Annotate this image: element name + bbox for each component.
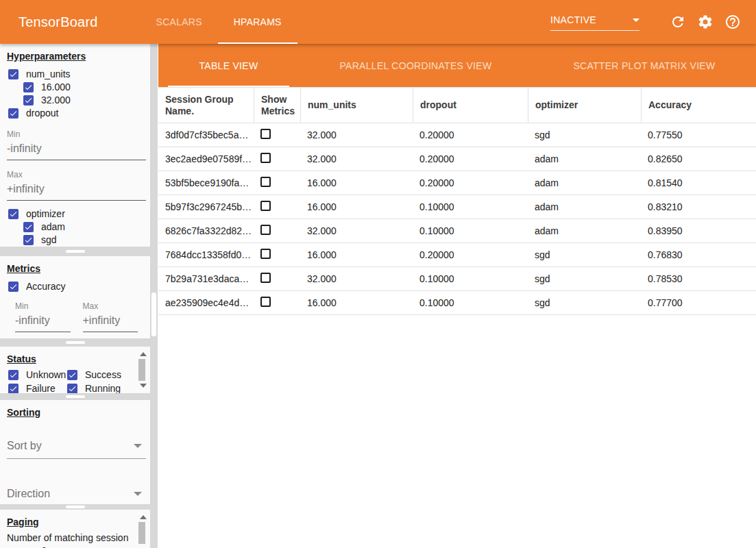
cell-dropout: 0.10000 — [413, 201, 528, 212]
reload-status-dropdown[interactable]: INACTIVE — [550, 13, 639, 31]
hparam-value-label: 16.000 — [41, 82, 71, 93]
help-icon[interactable] — [724, 14, 741, 30]
metric-label: Accuracy — [26, 281, 66, 292]
table-row[interactable]: 5b97f3c2967245b… 16.000 0.10000 adam 0.8… — [158, 195, 756, 219]
checkbox-checked-icon[interactable] — [23, 95, 34, 105]
sorting-section: Sorting Sort by Direction — [0, 400, 150, 504]
show-metrics-checkbox[interactable] — [260, 297, 271, 307]
show-metrics-checkbox[interactable] — [260, 249, 271, 259]
col-header-dropout[interactable]: dropout — [413, 88, 528, 123]
scrollbar-thumb[interactable] — [138, 522, 145, 544]
table-row[interactable]: 3df0d7cf35bec5a… 32.000 0.20000 sgd 0.77… — [158, 123, 756, 147]
paging-heading: Paging — [7, 516, 150, 527]
session-group-name: ae235909ec4e4d… — [158, 297, 254, 308]
max-input[interactable]: +infinity — [7, 181, 146, 201]
table-row[interactable]: 7b29a731e3daca… 32.000 0.10000 sgd 0.785… — [158, 267, 756, 291]
col-header-show-metrics[interactable]: Show Metrics — [254, 88, 300, 123]
table-row[interactable]: 3ec2aed9e07589f… 32.000 0.20000 adam 0.8… — [158, 147, 756, 171]
sidebar-scrollbar-thumb[interactable] — [151, 292, 156, 336]
resize-handle[interactable] — [66, 341, 85, 344]
checkbox-checked-icon[interactable] — [8, 108, 19, 119]
show-metrics-checkbox[interactable] — [260, 225, 271, 235]
col-header-session-group-name[interactable]: Session Group Name. — [158, 88, 254, 123]
show-metrics-checkbox[interactable] — [260, 177, 271, 187]
min-input[interactable]: -infinity — [15, 312, 71, 332]
min-input[interactable]: -infinity — [7, 140, 146, 160]
direction-dropdown[interactable]: Direction — [7, 484, 146, 504]
sort-by-dropdown[interactable]: Sort by — [7, 436, 146, 459]
tab-parallel-coordinates-view[interactable]: PARALLEL COORDINATES VIEW — [299, 44, 533, 87]
tab-table-view[interactable]: TABLE VIEW — [158, 44, 299, 87]
max-label: Max — [7, 170, 146, 179]
max-label: Max — [83, 301, 138, 311]
tab-scatter-plot-matrix-view[interactable]: SCATTER PLOT MATRIX VIEW — [533, 44, 756, 87]
checkbox-checked-icon[interactable] — [23, 235, 34, 245]
resize-handle[interactable] — [66, 506, 85, 508]
show-metrics-checkbox[interactable] — [260, 273, 271, 283]
paging-section: Paging Number of matching session groups… — [0, 510, 150, 548]
cell-dropout: 0.10000 — [413, 273, 528, 284]
scroll-up-icon[interactable] — [140, 515, 147, 519]
max-input[interactable]: +infinity — [83, 312, 138, 332]
cell-accuracy: 0.82650 — [641, 153, 756, 164]
cell-num-units: 32.000 — [300, 225, 413, 236]
show-metrics-checkbox[interactable] — [260, 129, 271, 139]
session-group-name: 3ec2aed9e07589f… — [158, 153, 254, 164]
scroll-down-icon[interactable] — [140, 384, 147, 388]
metrics-heading: Metrics — [7, 263, 150, 274]
refresh-icon[interactable] — [670, 14, 686, 30]
col-header-optimizer[interactable]: optimizer — [528, 88, 641, 123]
tab-hparams[interactable]: HPARAMS — [218, 0, 297, 44]
session-group-name: 5b97f3c2967245b… — [158, 201, 254, 212]
col-header-accuracy[interactable]: Accuracy — [641, 88, 756, 123]
show-metrics-checkbox[interactable] — [260, 201, 271, 211]
hparam-num-units[interactable]: num_units — [0, 68, 150, 81]
hparam-label: optimizer — [26, 208, 65, 220]
table-row[interactable]: ae235909ec4e4d… 16.000 0.10000 sgd 0.777… — [158, 291, 756, 315]
checkbox-checked-icon[interactable] — [67, 370, 77, 380]
checkbox-checked-icon[interactable] — [8, 384, 19, 393]
cell-optimizer: adam — [528, 201, 641, 212]
tab-scalars[interactable]: SCALARS — [141, 0, 218, 44]
metrics-section: Metrics Accuracy Min -infinity Max +infi… — [0, 256, 150, 338]
min-label: Min — [7, 129, 146, 139]
status-failure[interactable]: Failure — [8, 382, 67, 393]
metric-accuracy[interactable]: Accuracy — [0, 280, 150, 293]
table-row[interactable]: 53bf5bece9190fa… 16.000 0.20000 adam 0.8… — [158, 171, 756, 195]
checkbox-checked-icon[interactable] — [8, 69, 19, 79]
scrollbar-thumb[interactable] — [138, 359, 145, 381]
checkbox-checked-icon[interactable] — [8, 370, 19, 380]
checkbox-checked-icon[interactable] — [67, 384, 77, 393]
col-header-num-units[interactable]: num_units — [300, 88, 413, 123]
hparam-value-adam[interactable]: adam — [0, 221, 150, 234]
dropout-min-field: Min -infinity — [7, 129, 146, 160]
status-success[interactable]: Success — [67, 369, 130, 382]
resize-handle[interactable] — [66, 395, 85, 398]
cell-accuracy: 0.77550 — [641, 129, 756, 140]
session-group-name: 7684dcc13358fd0… — [158, 249, 254, 260]
chevron-down-icon — [134, 444, 142, 448]
table-row[interactable]: 6826c7fa3322d82… 32.000 0.10000 adam 0.8… — [158, 219, 756, 243]
cell-dropout: 0.20000 — [413, 129, 528, 140]
hparam-optimizer[interactable]: optimizer — [0, 208, 150, 221]
show-metrics-checkbox[interactable] — [260, 153, 271, 163]
hparam-value-16[interactable]: 16.000 — [0, 81, 150, 94]
hparam-dropout[interactable]: dropout — [0, 107, 150, 120]
paging-scrollbar[interactable] — [138, 514, 147, 544]
checkbox-checked-icon[interactable] — [8, 209, 19, 219]
settings-gear-icon[interactable] — [697, 14, 714, 30]
checkbox-checked-icon[interactable] — [8, 282, 19, 292]
status-running[interactable]: Running — [67, 382, 130, 393]
session-group-name: 6826c7fa3322d82… — [158, 225, 254, 236]
resize-handle[interactable] — [66, 250, 85, 253]
hparam-value-32[interactable]: 32.000 — [0, 94, 150, 107]
hparam-value-sgd[interactable]: sgd — [0, 234, 150, 247]
checkbox-checked-icon[interactable] — [23, 222, 34, 232]
hyperparameters-heading: Hyperparameters — [7, 51, 150, 62]
table-row[interactable]: 7684dcc13358fd0… 16.000 0.20000 sgd 0.76… — [158, 243, 756, 267]
status-unknown[interactable]: Unknown — [8, 369, 67, 382]
scroll-up-icon[interactable] — [140, 352, 147, 356]
checkbox-checked-icon[interactable] — [23, 82, 34, 92]
status-scrollbar[interactable] — [138, 351, 147, 389]
status-label: Success — [85, 369, 121, 381]
